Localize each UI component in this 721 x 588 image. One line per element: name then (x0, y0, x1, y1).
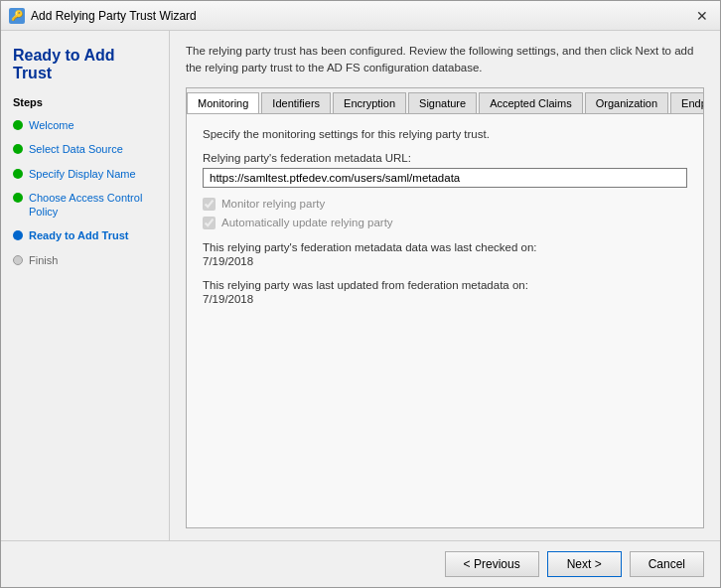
title-bar: 🔑 Add Relying Party Trust Wizard ✕ (1, 1, 720, 31)
sidebar-item-choose-access-control: Choose Access Control Policy (13, 189, 157, 221)
tab-signature[interactable]: Signature (408, 92, 477, 113)
auto-update-checkbox-label: Automatically update relying party (221, 217, 393, 228)
last-updated-date: 7/19/2018 (203, 293, 687, 305)
sidebar-item-specify-display-name: Specify Display Name (13, 165, 157, 183)
tab-panel: Monitoring Identifiers Encryption Signat… (186, 87, 704, 529)
step-label-choose-access-control: Choose Access Control Policy (29, 191, 157, 220)
tab-identifiers[interactable]: Identifiers (261, 92, 331, 113)
tab-encryption[interactable]: Encryption (333, 92, 406, 113)
last-checked-label: This relying party's federation metadata… (203, 241, 687, 253)
last-updated-label: This relying party was last updated from… (203, 279, 687, 291)
tab-bar: Monitoring Identifiers Encryption Signat… (187, 88, 703, 114)
tab-accepted-claims[interactable]: Accepted Claims (479, 92, 583, 113)
monitor-checkbox-row: Monitor relying party (203, 198, 687, 211)
url-input[interactable] (203, 168, 687, 188)
tab-monitoring[interactable]: Monitoring (187, 92, 259, 114)
monitor-checkbox[interactable] (203, 198, 216, 211)
tab-organization[interactable]: Organization (585, 92, 668, 113)
step-label-welcome: Welcome (29, 118, 74, 132)
close-button[interactable]: ✕ (692, 6, 712, 26)
sidebar-item-select-data-source: Select Data Source (13, 140, 157, 158)
step-label-select-data-source: Select Data Source (29, 142, 123, 156)
sidebar-item-welcome: Welcome (13, 116, 157, 134)
content-area: Ready to Add Trust Steps Welcome Select … (1, 31, 720, 540)
button-bar: < Previous Next > Cancel (1, 540, 720, 587)
step-dot-choose-access-control (13, 193, 23, 203)
last-checked-date: 7/19/2018 (203, 255, 687, 267)
step-label-specify-display-name: Specify Display Name (29, 167, 136, 181)
step-dot-finish (13, 255, 23, 265)
steps-heading: Steps (13, 96, 157, 108)
step-dot-select-data-source (13, 144, 23, 154)
monitoring-tab-content: Specify the monitoring settings for this… (187, 114, 703, 528)
cancel-button[interactable]: Cancel (630, 551, 704, 577)
previous-button[interactable]: < Previous (445, 551, 539, 577)
tab-endpoints[interactable]: Endpoints (670, 92, 703, 113)
monitor-checkbox-label: Monitor relying party (221, 198, 325, 210)
page-title: Ready to Add Trust (13, 47, 157, 82)
sidebar-item-ready-to-add: Ready to Add Trust (13, 226, 157, 244)
step-dot-welcome (13, 120, 23, 130)
auto-update-checkbox[interactable] (203, 217, 216, 229)
step-dot-specify-display-name (13, 169, 23, 179)
info-section: This relying party's federation metadata… (203, 241, 687, 305)
step-label-ready-to-add: Ready to Add Trust (29, 228, 128, 242)
sidebar: Ready to Add Trust Steps Welcome Select … (1, 31, 170, 540)
main-area: The relying party trust has been configu… (170, 31, 720, 540)
auto-update-checkbox-row: Automatically update relying party (203, 217, 687, 229)
next-button[interactable]: Next > (547, 551, 622, 577)
window-icon: 🔑 (9, 8, 25, 24)
url-field-label: Relying party's federation metadata URL: (203, 152, 687, 164)
wizard-window: 🔑 Add Relying Party Trust Wizard ✕ Ready… (0, 0, 721, 588)
description-text: The relying party trust has been configu… (186, 43, 704, 77)
step-dot-ready-to-add (13, 230, 23, 240)
step-label-finish: Finish (29, 253, 58, 267)
monitoring-description: Specify the monitoring settings for this… (203, 128, 687, 140)
sidebar-item-finish: Finish (13, 251, 157, 269)
window-title: Add Relying Party Trust Wizard (31, 9, 692, 23)
